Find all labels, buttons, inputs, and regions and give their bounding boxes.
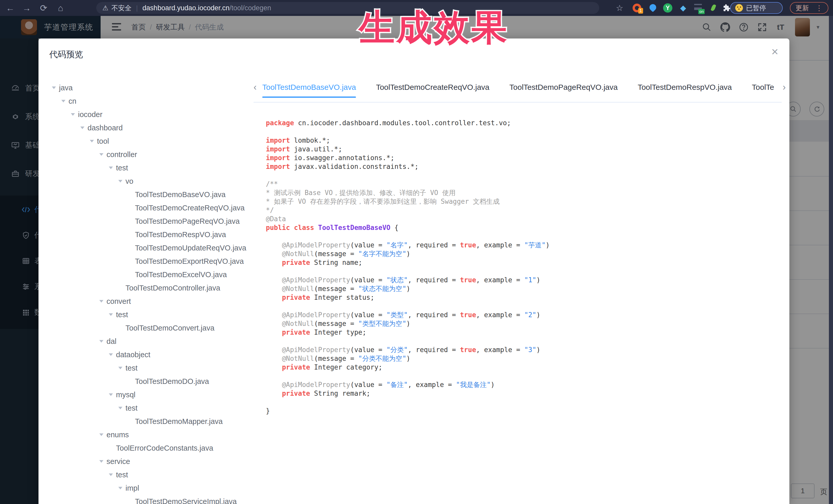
browser-refresh-icon[interactable]: ⟳ [38, 0, 49, 16]
tree-node[interactable]: ToolTestDemoBaseVO.java [46, 188, 253, 201]
code-line [266, 232, 550, 241]
tree-node[interactable]: ToolTestDemoPageReqVO.java [46, 215, 253, 228]
address-bar[interactable]: ⚠ 不安全 | dashboard.yudao.iocoder.cn/tool/… [96, 2, 599, 14]
code-line: @Data [266, 215, 550, 223]
tree-node-label: impl [125, 484, 139, 493]
tree-expand-caret-icon[interactable] [115, 367, 125, 369]
tree-expand-caret-icon[interactable] [106, 393, 116, 396]
tree-node-label: ToolTestDemoMapper.java [135, 417, 223, 426]
close-icon[interactable]: × [771, 46, 778, 57]
tree-expand-caret-icon[interactable] [115, 487, 125, 489]
tree-expand-caret-icon[interactable] [58, 100, 69, 102]
tree-expand-caret-icon[interactable] [115, 407, 125, 409]
dialog-title: 代码预览 [49, 49, 83, 60]
code-line: import java.util.*; [266, 145, 550, 153]
code-line: * 测试示例 Base VO，提供给添加、修改、详细的子 VO 使用 [266, 188, 550, 197]
tree-node-label: ToolTestDemoController.java [125, 284, 220, 292]
tree-expand-caret-icon[interactable] [96, 433, 106, 436]
tree-node[interactable]: ToolTestDemoCreateReqVO.java [46, 201, 253, 215]
tree-node[interactable]: vo [46, 174, 253, 188]
window-scrollbar[interactable] [829, 16, 833, 504]
tree-node-label: cn [69, 97, 76, 105]
tree-expand-caret-icon[interactable] [49, 87, 59, 89]
tree-expand-caret-icon[interactable] [106, 353, 116, 356]
profile-paused-button[interactable]: 已暂停 [730, 2, 783, 14]
tree-node-label: ToolTestDemoDO.java [135, 377, 209, 386]
code-line: @ApiModelProperty(value = "类型", required… [266, 311, 550, 319]
tree-node-label: enums [106, 431, 129, 439]
extension-icon-orange[interactable]: 1 [632, 3, 642, 13]
browser-home-icon[interactable]: ⌂ [55, 0, 66, 16]
not-secure-label: 不安全 [111, 4, 132, 13]
browser-update-button[interactable]: 更新 ⋮ [790, 2, 828, 14]
tree-node-label: service [106, 457, 130, 466]
tree-node[interactable]: java [46, 81, 253, 94]
browser-back-icon[interactable]: ← [5, 0, 16, 16]
bookmark-star-icon[interactable]: ☆ [616, 0, 623, 16]
code-line [266, 127, 550, 136]
tree-node[interactable]: cn [46, 94, 253, 108]
tree-expand-caret-icon[interactable] [106, 474, 116, 476]
tree-node-label: ToolTestDemoServiceImpl.java [135, 497, 237, 504]
tree-node[interactable]: convert [46, 295, 253, 308]
tree-expand-caret-icon[interactable] [77, 126, 88, 129]
tab-tooltestdemopagereqvo-java[interactable]: ToolTestDemoPageReqVO.java [509, 81, 618, 100]
tree-node[interactable]: ToolErrorCodeConstants.java [46, 441, 253, 455]
tab-toolte[interactable]: ToolTe [752, 81, 780, 100]
tree-node[interactable]: ToolTestDemoDO.java [46, 375, 253, 388]
tree-expand-caret-icon[interactable] [96, 460, 106, 463]
tree-node[interactable]: dashboard [46, 121, 253, 135]
tree-node[interactable]: ToolTestDemoServiceImpl.java [46, 495, 253, 504]
tree-node-label: test [116, 311, 128, 319]
tree-node[interactable]: test [46, 308, 253, 321]
code-line: import javax.validation.constraints.*; [266, 162, 550, 171]
tree-node[interactable]: ToolTestDemoUpdateReqVO.java [46, 241, 253, 255]
annotation-text: 生成效果 [359, 4, 509, 52]
tree-node[interactable]: test [46, 161, 253, 174]
tree-node-label: ToolErrorCodeConstants.java [116, 444, 213, 452]
code-line [266, 398, 550, 407]
tree-node[interactable]: ToolTestDemoController.java [46, 281, 253, 295]
tree-node[interactable]: ToolTestDemoExportReqVO.java [46, 255, 253, 268]
tree-node[interactable]: ToolTestDemoRespVO.java [46, 228, 253, 241]
tree-node[interactable]: ToolTestDemoConvert.java [46, 321, 253, 335]
extension-icon-y[interactable]: Y [663, 3, 673, 13]
code-line: @ApiModelProperty(value = "分类", required… [266, 345, 550, 354]
tree-expand-caret-icon[interactable] [87, 140, 97, 142]
tree-node[interactable]: mysql [46, 388, 253, 401]
browser-menu-icon[interactable]: ⋮ [815, 4, 823, 12]
extension-icon-pin[interactable] [648, 3, 658, 13]
extension-icon-plant[interactable] [708, 3, 718, 13]
extension-on-badge: on [698, 9, 705, 14]
tree-expand-caret-icon[interactable] [106, 167, 116, 169]
tree-expand-caret-icon[interactable] [96, 340, 106, 342]
extension-icon-gem[interactable]: ◆ [678, 3, 688, 13]
tree-node-label: ToolTestDemoUpdateReqVO.java [135, 244, 246, 252]
tree-node[interactable]: iocoder [46, 108, 253, 121]
tree-expand-caret-icon[interactable] [96, 300, 106, 303]
tab-tooltestdemocreatereqvo-java[interactable]: ToolTestDemoCreateReqVO.java [376, 81, 490, 100]
tree-node[interactable]: service [46, 455, 253, 468]
tabs-scroll-right-icon[interactable]: › [783, 81, 791, 93]
extension-icon-tabs[interactable]: on [693, 3, 703, 13]
tree-node[interactable]: dataobject [46, 348, 253, 361]
tree-node[interactable]: ToolTestDemoMapper.java [46, 415, 253, 428]
tree-node[interactable]: test [46, 468, 253, 481]
tree-expand-caret-icon[interactable] [106, 313, 116, 316]
tree-node[interactable]: dal [46, 335, 253, 348]
tree-expand-caret-icon[interactable] [96, 153, 106, 156]
tree-node[interactable]: controller [46, 148, 253, 161]
tabs-scroll-left-icon[interactable]: ‹ [254, 81, 262, 93]
tree-node[interactable]: impl [46, 481, 253, 495]
tree-node[interactable]: tool [46, 135, 253, 148]
tree-expand-caret-icon[interactable] [115, 180, 125, 183]
tree-node[interactable]: ToolTestDemoExcelVO.java [46, 268, 253, 281]
code-line: private String name; [266, 258, 550, 267]
tree-node[interactable]: test [46, 361, 253, 375]
tab-tooltestdemobasevo-java[interactable]: ToolTestDemoBaseVO.java [262, 81, 356, 100]
tab-tooltestdemorespvo-java[interactable]: ToolTestDemoRespVO.java [638, 81, 732, 100]
tree-expand-caret-icon[interactable] [68, 113, 78, 116]
tree-node[interactable]: test [46, 401, 253, 415]
browser-forward-icon[interactable]: → [21, 0, 32, 16]
tree-node[interactable]: enums [46, 428, 253, 441]
